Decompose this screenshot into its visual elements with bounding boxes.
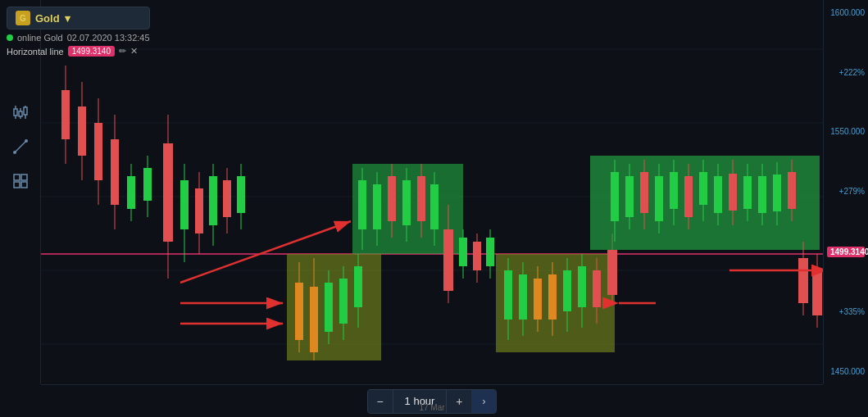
svg-rect-112 (714, 176, 722, 213)
dropdown-arrow: ▾ (65, 12, 70, 25)
gold-icon: G (16, 11, 30, 25)
svg-rect-26 (78, 107, 86, 156)
svg-rect-91 (578, 266, 586, 307)
svg-rect-76 (473, 242, 481, 270)
timeframe-next[interactable]: › (471, 390, 496, 413)
svg-rect-36 (163, 143, 173, 242)
svg-rect-40 (195, 188, 203, 233)
svg-rect-114 (729, 174, 737, 211)
svg-rect-85 (534, 279, 542, 320)
layout-tool[interactable] (7, 167, 34, 195)
svg-rect-95 (607, 250, 617, 295)
symbol-selector[interactable]: G Gold ▾ (7, 7, 150, 29)
svg-rect-51 (310, 287, 318, 352)
svg-rect-3 (19, 111, 22, 116)
svg-rect-126 (812, 270, 822, 315)
svg-rect-81 (504, 270, 512, 320)
bottom-bar: − 1 hour + › 17 Mar (41, 384, 823, 417)
price-222pct: +222% (827, 68, 865, 77)
svg-rect-30 (111, 139, 119, 205)
svg-rect-49 (295, 283, 303, 340)
svg-line-9 (15, 141, 26, 152)
svg-rect-78 (486, 238, 494, 266)
svg-rect-62 (373, 184, 381, 229)
hline-price-badge: 1499.3140 (68, 46, 115, 57)
svg-rect-24 (61, 90, 70, 139)
hline-edit-icon[interactable]: ✏ (119, 46, 126, 57)
svg-rect-120 (773, 175, 781, 211)
timeframe-increase[interactable]: + (447, 390, 471, 413)
svg-rect-46 (237, 176, 245, 213)
svg-rect-64 (388, 176, 396, 221)
svg-rect-28 (94, 123, 102, 180)
svg-rect-93 (593, 270, 601, 307)
svg-rect-102 (640, 172, 648, 213)
svg-rect-70 (430, 184, 439, 229)
symbol-label: Gold (35, 12, 60, 25)
svg-rect-34 (143, 168, 152, 201)
price-279pct: +279% (827, 187, 865, 196)
svg-point-11 (25, 139, 28, 143)
chart-svg (41, 0, 823, 384)
svg-rect-87 (548, 274, 557, 320)
svg-rect-110 (699, 172, 707, 205)
svg-rect-13 (21, 175, 27, 180)
online-datetime: 02.07.2020 13:32:45 (67, 33, 150, 43)
svg-rect-68 (417, 176, 425, 221)
svg-rect-14 (14, 182, 20, 188)
hline-label: Horizontal line (7, 47, 64, 57)
svg-rect-38 (180, 180, 189, 229)
svg-rect-44 (223, 180, 231, 217)
price-1550: 1550.000 (827, 127, 865, 136)
svg-rect-74 (459, 238, 467, 266)
svg-rect-122 (788, 172, 796, 209)
svg-rect-116 (743, 176, 752, 209)
svg-rect-15 (21, 182, 27, 188)
svg-rect-106 (670, 172, 678, 209)
price-current: 1499.3140 (827, 247, 865, 257)
svg-rect-66 (402, 180, 411, 225)
online-label: online Gold (17, 33, 63, 43)
svg-rect-53 (325, 283, 333, 332)
svg-rect-118 (758, 176, 766, 213)
price-1450: 1450.000 (827, 367, 865, 376)
top-bar: G Gold ▾ online Gold 02.07.2020 13:32:45… (7, 7, 150, 57)
hline-close-icon[interactable]: ✕ (130, 46, 138, 57)
timeframe-decrease[interactable]: − (368, 390, 393, 413)
svg-rect-32 (127, 176, 135, 209)
svg-rect-42 (209, 176, 217, 225)
svg-rect-100 (625, 176, 634, 217)
svg-rect-6 (24, 107, 27, 115)
svg-rect-104 (655, 176, 663, 221)
svg-rect-55 (339, 279, 348, 324)
online-status: online Gold 02.07.2020 13:32:45 (7, 33, 150, 43)
date-label: 17 Mar (419, 403, 444, 412)
svg-rect-124 (798, 258, 808, 303)
price-335pct: +335% (827, 307, 865, 316)
chart-type-tool[interactable] (7, 98, 34, 126)
online-dot (7, 34, 13, 41)
svg-rect-12 (14, 175, 20, 180)
svg-rect-60 (358, 180, 366, 229)
svg-rect-0 (14, 109, 17, 116)
svg-rect-83 (519, 274, 527, 320)
chart-area (41, 0, 823, 384)
hline-info: Horizontal line 1499.3140 ✏ ✕ (7, 46, 150, 57)
svg-rect-89 (563, 270, 571, 311)
price-axis: 1600.000 +222% 1550.000 +279% 1499.3140 … (823, 0, 868, 384)
svg-rect-98 (611, 172, 619, 221)
price-1600: 1600.000 (827, 8, 865, 17)
svg-point-10 (13, 151, 16, 154)
svg-rect-57 (354, 266, 362, 307)
left-toolbar (0, 0, 41, 384)
svg-rect-108 (684, 176, 693, 217)
svg-rect-72 (443, 229, 453, 291)
draw-line-tool[interactable] (7, 133, 34, 161)
